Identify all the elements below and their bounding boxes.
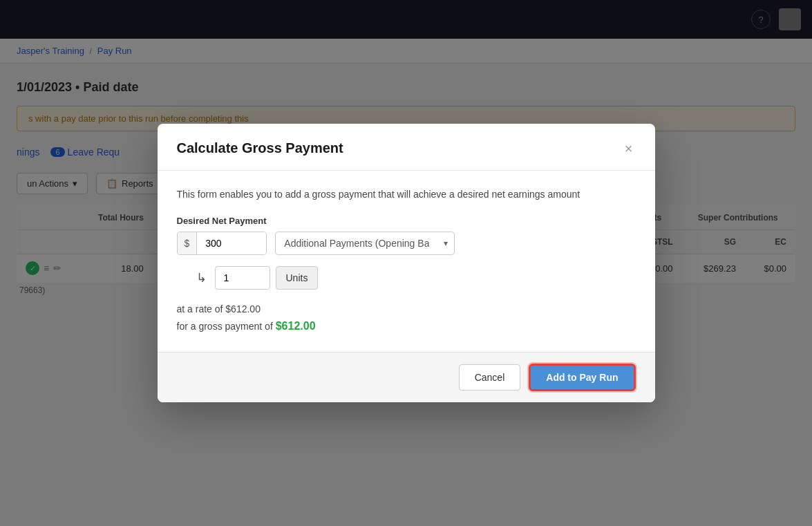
payment-type-select[interactable]: Additional Payments (Opening Balance) Bo… [275,232,455,255]
modal-footer: Cancel Add to Pay Run [158,352,655,402]
modal-title: Calculate Gross Payment [177,140,343,156]
modal-header: Calculate Gross Payment × [158,124,655,171]
amount-input-wrap: $ [177,232,267,255]
rate-line: at a rate of $612.00 [177,303,636,314]
gross-line: for a gross payment of $612.00 [177,320,636,332]
desired-net-input-row: $ Additional Payments (Opening Balance) … [177,232,636,255]
desired-net-label: Desired Net Payment [177,216,636,226]
modal-description: This form enables you to add a gross pay… [177,187,636,202]
payment-type-select-wrap: Additional Payments (Opening Balance) Bo… [275,232,455,255]
modal-overlay: Calculate Gross Payment × This form enab… [0,0,812,526]
dollar-prefix: $ [178,232,198,254]
amount-input[interactable] [197,232,266,254]
calculate-gross-modal: Calculate Gross Payment × This form enab… [158,124,655,402]
gross-amount: $612.00 [276,320,316,332]
cancel-button[interactable]: Cancel [459,364,521,391]
add-to-pay-run-button[interactable]: Add to Pay Run [529,364,635,391]
modal-close-button[interactable]: × [622,142,636,156]
units-input[interactable] [215,266,270,290]
modal-body: This form enables you to add a gross pay… [158,171,655,352]
units-row: ↳ Units [177,266,636,290]
corner-arrow-icon: ↳ [196,270,207,285]
units-label: Units [276,266,319,290]
